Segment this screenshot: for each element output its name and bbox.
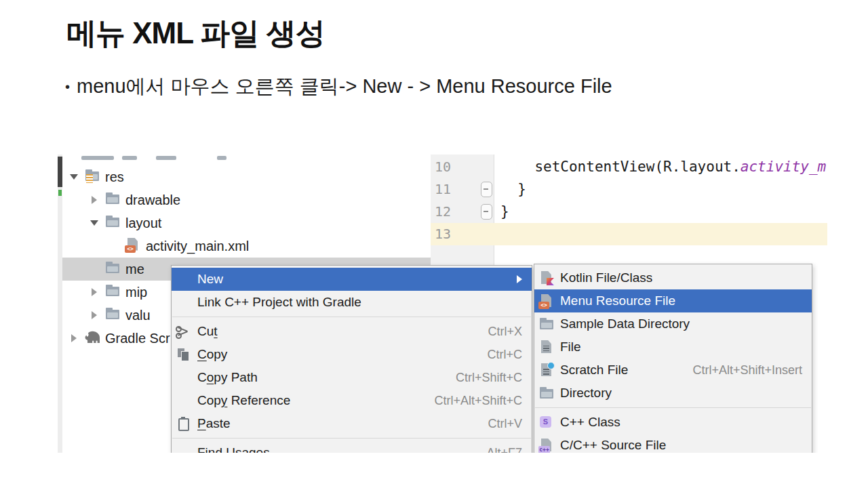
submenu-item-menu-resource-file[interactable]: <>Menu Resource File xyxy=(534,289,812,312)
tree-item-icon-box xyxy=(84,329,100,348)
chevron-spacer xyxy=(108,240,121,252)
menu-item-shortcut: Ctrl+Alt+Shift+C xyxy=(420,394,522,408)
submenu-item-sample-data-directory[interactable]: Sample Data Directory xyxy=(534,312,812,336)
cpp-class-icon: S xyxy=(538,415,555,430)
file-icon xyxy=(538,340,555,354)
xml-file-icon: <> xyxy=(125,237,141,252)
menu-item-shortcut: Ctrl+X xyxy=(474,325,522,339)
context-menu-item-link-c-project-with-gradle[interactable]: Link C++ Project with Gradle xyxy=(172,291,532,314)
page-title: 메뉴 XML 파일 생성 xyxy=(66,14,325,54)
menu-icon-spacer xyxy=(176,445,192,453)
chevron-collapsed-icon[interactable] xyxy=(68,332,80,344)
menu-item-label: Copy Path xyxy=(197,370,258,385)
gutter-line-number: 11 xyxy=(435,178,462,201)
res-folder-icon xyxy=(84,168,100,183)
tree-item-label: layout xyxy=(125,216,161,231)
tree-item-label: res xyxy=(105,169,124,185)
gutter-line-number: 13 xyxy=(435,223,462,245)
chevron-collapsed-icon[interactable] xyxy=(88,194,100,206)
menu-item-label: C++ Class xyxy=(560,415,620,430)
submenu-item-directory[interactable]: Directory xyxy=(534,382,812,405)
menu-item-label: File xyxy=(560,340,581,354)
menu-item-label: New xyxy=(197,272,223,287)
menu-item-label: Cut xyxy=(197,324,218,339)
scratch-file-icon xyxy=(538,363,555,378)
menu-item-label: Scratch File xyxy=(560,363,628,378)
code-line[interactable]: } xyxy=(494,201,827,223)
context-menu-item-find-usages[interactable]: Find UsagesAlt+F7 xyxy=(172,441,532,453)
tree-item-layout[interactable]: layout xyxy=(62,211,431,235)
chevron-spacer xyxy=(88,263,100,275)
project-panel-scrollbar[interactable] xyxy=(58,155,62,453)
slide: { "slide": { "title": "메뉴 XML 파일 생성", "b… xyxy=(0,0,868,488)
directory-icon xyxy=(538,317,555,331)
code-line[interactable]: } xyxy=(494,178,827,201)
new-submenu: Kotlin File/Class<>Menu Resource FileSam… xyxy=(534,264,812,453)
paste-icon xyxy=(176,416,192,431)
tree-item-icon-box xyxy=(104,260,121,279)
folder-icon xyxy=(104,260,121,275)
tree-item-res[interactable]: res xyxy=(62,165,431,188)
menu-icon-spacer xyxy=(176,295,192,310)
menu-item-shortcut: Ctrl+Shift+C xyxy=(442,371,522,385)
directory-icon xyxy=(538,386,555,401)
fold-marker-icon[interactable] xyxy=(481,182,492,197)
submenu-item-kotlin-file-class[interactable]: Kotlin File/Class xyxy=(534,266,812,289)
context-menu-item-copy-reference[interactable]: Copy ReferenceCtrl+Alt+Shift+C xyxy=(172,389,532,412)
tree-item-drawable[interactable]: drawable xyxy=(62,188,431,211)
chevron-expanded-icon[interactable] xyxy=(68,171,80,183)
fold-marker-icon[interactable] xyxy=(481,204,492,220)
menu-item-label: Link C++ Project with Gradle xyxy=(197,295,361,310)
gutter-line-number: 10 xyxy=(435,156,462,178)
tree-item-icon-box xyxy=(104,306,121,325)
code-line[interactable]: setContentView(R.layout.activity_m xyxy=(494,156,827,178)
file-icon xyxy=(538,340,555,354)
copy-icon xyxy=(176,347,192,362)
menu-item-label: Kotlin File/Class xyxy=(560,270,652,285)
bullet-line: • menu에서 마우스 오른쪽 클릭-> New - > Menu Resou… xyxy=(65,73,612,100)
tree-item-icon-box xyxy=(104,214,121,232)
folder-icon xyxy=(104,191,121,206)
kotlin-file-icon xyxy=(538,270,555,285)
kotlin-file-icon xyxy=(538,270,555,285)
cpp-class-icon: S xyxy=(538,415,555,430)
code-segment: setContentView(R.layout. xyxy=(534,159,740,175)
paste-icon xyxy=(176,416,192,431)
tree-item-icon-box: <> xyxy=(125,237,141,256)
submenu-item-c-c-source-file[interactable]: c++C/C++ Source File xyxy=(534,434,812,453)
scrollbar-change-marker xyxy=(58,190,62,196)
folder-icon xyxy=(104,283,121,298)
context-menu-item-paste[interactable]: PasteCtrl+V xyxy=(172,412,532,435)
menu-item-label: Sample Data Directory xyxy=(560,317,690,331)
tree-item-label: valu xyxy=(125,308,151,323)
directory-icon xyxy=(538,386,555,401)
tree-item-icon-box xyxy=(104,283,121,302)
folder-icon xyxy=(104,214,121,229)
chevron-expanded-icon[interactable] xyxy=(88,217,100,229)
tree-item-label: Gradle Scr xyxy=(105,331,170,346)
tree-item-activity-main-xml[interactable]: <>activity_main.xml xyxy=(62,235,431,258)
submenu-item-c-class[interactable]: SC++ Class xyxy=(534,411,812,434)
context-menu-item-new[interactable]: New xyxy=(172,268,532,291)
menu-separator xyxy=(535,407,811,408)
submenu-item-scratch-file[interactable]: Scratch FileCtrl+Alt+Shift+Insert xyxy=(534,359,812,382)
xml-file-icon: <> xyxy=(538,293,555,308)
folder-icon xyxy=(104,306,121,321)
context-menu-item-cut[interactable]: CutCtrl+X xyxy=(172,320,532,343)
chevron-collapsed-icon[interactable] xyxy=(88,309,100,321)
menu-item-shortcut: Ctrl+Alt+Shift+Insert xyxy=(679,363,802,378)
tree-item-label: drawable xyxy=(125,192,180,208)
copy-icon xyxy=(176,347,192,362)
context-menu-item-copy[interactable]: CopyCtrl+C xyxy=(172,343,532,366)
chevron-collapsed-icon[interactable] xyxy=(88,286,100,298)
cpp-source-icon: c++ xyxy=(538,438,555,453)
context-menu-item-copy-path[interactable]: Copy PathCtrl+Shift+C xyxy=(172,366,532,389)
scrollbar-thumb[interactable] xyxy=(58,157,62,187)
tree-item-label: mip xyxy=(125,285,147,300)
code-segment: activity_m xyxy=(741,159,826,175)
xml-file-icon: <> xyxy=(538,293,555,308)
submenu-item-file[interactable]: File xyxy=(534,336,812,359)
tree-item-icon-box xyxy=(104,191,121,209)
tree-item-label: activity_main.xml xyxy=(146,239,249,254)
code-line[interactable] xyxy=(494,223,827,245)
